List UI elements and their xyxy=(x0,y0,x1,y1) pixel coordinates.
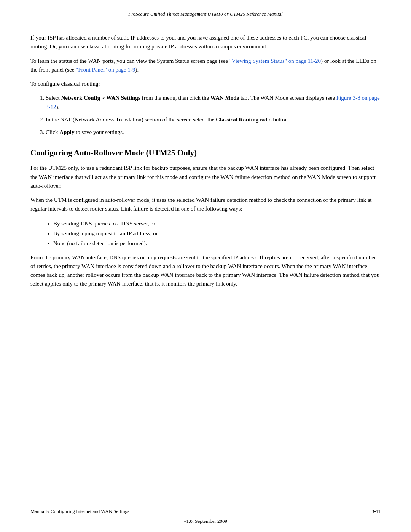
page: ProSecure Unified Threat Management UTM1… xyxy=(0,0,411,532)
step2-bold: Classical Routing xyxy=(216,117,258,123)
section-para-1: For the UTM25 only, to use a redundant I… xyxy=(30,164,381,190)
viewing-status-link[interactable]: "Viewing System Status" on page 11-20 xyxy=(229,58,321,64)
section-para-2: When the UTM is configured in auto-rollo… xyxy=(30,196,381,214)
step3-prefix: Click xyxy=(46,129,59,135)
section-para-3: From the primary WAN interface, DNS quer… xyxy=(30,253,381,289)
section-heading: Configuring Auto-Rollover Mode (UTM25 On… xyxy=(30,148,381,158)
bullet-item-3: None (no failure detection is performed)… xyxy=(53,239,381,248)
step3-suffix: to save your settings. xyxy=(74,129,124,135)
step-3: Click Apply to save your settings. xyxy=(46,128,381,137)
bullet-item-2: By sending a ping request to an IP addre… xyxy=(53,229,381,238)
footer-version: v1.0, September 2009 xyxy=(0,518,411,532)
step2-prefix: In the NAT (Network Address Translation)… xyxy=(46,117,216,123)
header-title: ProSecure Unified Threat Management UTM1… xyxy=(128,11,282,17)
front-panel-link[interactable]: "Front Panel" on page 1-9 xyxy=(76,67,135,73)
page-content: If your ISP has allocated a number of st… xyxy=(0,22,411,503)
footer-left-text: Manually Configuring Internet and WAN Se… xyxy=(30,508,129,514)
bullet-item-1: By sending DNS queries to a DNS server, … xyxy=(53,219,381,228)
intro-para-2-suffix: ). xyxy=(135,67,139,73)
intro-para-2-prefix: To learn the status of the WAN ports, yo… xyxy=(30,58,229,64)
step-2: In the NAT (Network Address Translation)… xyxy=(46,115,381,124)
step1-bold1: Network Config > WAN Settings xyxy=(61,95,140,101)
step-1: Select Network Config > WAN Settings fro… xyxy=(46,94,381,112)
page-header: ProSecure Unified Threat Management UTM1… xyxy=(0,0,411,22)
step1-prefix: Select xyxy=(46,95,61,101)
step3-bold: Apply xyxy=(59,129,74,135)
footer-page-number: 3-11 xyxy=(372,508,381,514)
steps-list: Select Network Config > WAN Settings fro… xyxy=(46,94,381,137)
intro-para-2: To learn the status of the WAN ports, yo… xyxy=(30,57,381,75)
intro-para-1: If your ISP has allocated a number of st… xyxy=(30,34,381,51)
step1-mid2: tab. The WAN Mode screen displays (see xyxy=(239,95,336,101)
step2-suffix: radio button. xyxy=(258,117,289,123)
step1-suffix: ). xyxy=(56,104,60,110)
configure-intro-text: To configure classical routing: xyxy=(30,81,100,87)
bullet-list: By sending DNS queries to a DNS server, … xyxy=(53,219,381,248)
step1-bold2: WAN Mode xyxy=(210,95,239,101)
version-text: v1.0, September 2009 xyxy=(184,518,227,524)
page-footer: Manually Configuring Internet and WAN Se… xyxy=(0,503,411,518)
intro-para-1-text: If your ISP has allocated a number of st… xyxy=(30,35,366,50)
configure-intro: To configure classical routing: xyxy=(30,80,381,88)
step1-mid1: from the menu, then click the xyxy=(140,95,210,101)
